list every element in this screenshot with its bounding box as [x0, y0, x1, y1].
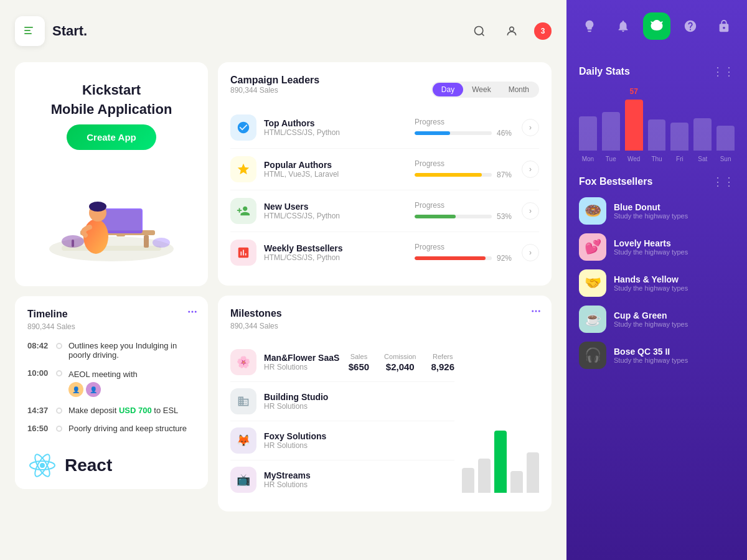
meeting-avatars: 👤 👤 — [68, 382, 138, 397]
timeline-dot — [56, 408, 62, 414]
bestseller-bose: 🎧 Bose QC 35 II Study the highway types — [579, 342, 735, 369]
milestones-subtitle: 890,344 Sales — [230, 322, 282, 330]
nav-lightbulb[interactable] — [576, 12, 603, 40]
milestone-row-1: 🌸 Man&Flower SaaS HR Solutions Sales $65… — [230, 343, 454, 382]
timeline-dot — [56, 343, 62, 349]
left-column: Kickstart Mobile Application Create App — [15, 62, 208, 545]
svg-rect-17 — [72, 240, 74, 247]
app-title: Start. — [52, 23, 87, 39]
svg-rect-12 — [116, 233, 125, 236]
bar-mon — [579, 116, 597, 151]
user-icon[interactable] — [502, 21, 522, 41]
svg-point-20 — [192, 311, 194, 313]
milestone-row-4: 📺 MyStreams HR Solutions — [230, 460, 454, 499]
svg-point-15 — [89, 202, 106, 212]
milestone-icon-3: 🦊 — [230, 427, 256, 454]
svg-point-4 — [510, 27, 514, 31]
timeline-item-3: 14:37 Make deposit USD 700 to ESL — [27, 406, 195, 415]
notification-badge[interactable]: 3 — [534, 22, 552, 40]
fox-bestsellers-title: Fox Bestsellers — [579, 176, 652, 187]
timeline-options[interactable] — [187, 306, 198, 320]
daily-stats-options[interactable]: ⋮⋮ — [712, 65, 735, 78]
milestone-icon-1: 🌸 — [230, 349, 256, 375]
milestone-info-4: MyStreams HR Solutions — [264, 470, 311, 489]
bar-peak-value: 57 — [629, 87, 637, 96]
ms-bar-2 — [478, 459, 491, 493]
timeline-dot — [56, 426, 62, 432]
svg-rect-1 — [24, 30, 31, 31]
tab-day[interactable]: Day — [433, 83, 463, 96]
daily-stats-section: Daily Stats ⋮⋮ 57 Mon Tue Wed Thu Fri Sa… — [566, 52, 747, 175]
milestone-info-2: Building Studio HR Solutions — [264, 392, 328, 411]
right-sidebar: Daily Stats ⋮⋮ 57 Mon Tue Wed Thu Fri Sa… — [566, 0, 747, 560]
header: Start. 3 — [0, 0, 566, 62]
sidebar-nav — [566, 0, 747, 52]
nav-notification[interactable] — [609, 12, 637, 40]
search-icon[interactable] — [469, 21, 489, 41]
milestone-row-3: 🦊 Foxy Solutions HR Solutions — [230, 421, 454, 460]
campaign-row-popular-authors: Popular Authors HTML, VueJS, Laravel Pro… — [230, 149, 539, 190]
bestseller-thumb-1: 🍩 — [579, 197, 606, 225]
bar-thu — [648, 119, 666, 151]
nav-fox-active[interactable] — [643, 12, 670, 40]
milestone-info-1: Man&Flower SaaS HR Solutions — [264, 353, 339, 371]
svg-point-21 — [195, 311, 197, 313]
popular-authors-chevron[interactable]: › — [522, 161, 539, 178]
bestseller-hands-yellow: 🤝 Hands & Yellow Study the highway types — [579, 269, 735, 297]
create-app-button[interactable]: Create App — [67, 124, 156, 150]
milestones-title: Milestones — [230, 308, 282, 319]
campaign-row-new-users: New Users HTML/CSS/JS, Python Progress 5… — [230, 190, 539, 232]
svg-point-22 — [40, 463, 45, 468]
weekly-chevron[interactable]: › — [522, 244, 539, 261]
milestone-row-2: Building Studio HR Solutions — [230, 382, 454, 421]
weekly-icon — [230, 240, 256, 266]
svg-rect-9 — [144, 235, 149, 248]
ms-refers: Refers 8,926 — [431, 353, 454, 372]
milestones-list: 🌸 Man&Flower SaaS HR Solutions Sales $65… — [230, 343, 454, 499]
milestone-icon-2 — [230, 388, 256, 414]
svg-rect-0 — [24, 27, 33, 28]
weekly-progress: Progress 92% — [415, 243, 514, 263]
tab-month[interactable]: Month — [500, 83, 538, 96]
bar-sat — [693, 118, 712, 151]
top-authors-chevron[interactable]: › — [522, 119, 539, 136]
nav-help[interactable] — [677, 12, 704, 40]
fox-header: Fox Bestsellers ⋮⋮ — [579, 175, 735, 189]
kickstart-illustration — [43, 168, 180, 268]
top-authors-info: Top Authors HTML/CSS/JS, Python — [264, 118, 407, 137]
timeline-card: Timeline 890,344 Sales 08:42 Outlines ke… — [15, 296, 208, 489]
fox-options[interactable]: ⋮⋮ — [712, 175, 735, 189]
bar-wed: 57 — [625, 100, 643, 151]
timeline-item-4: 16:50 Poorly driving and keep structure — [27, 424, 195, 433]
milestones-card: Milestones 890,344 Sales 🌸 Man&Flower Sa… — [218, 296, 552, 511]
nav-lock[interactable] — [710, 12, 738, 40]
timeline-dot — [56, 370, 62, 376]
top-authors-progress: Progress 46% — [415, 118, 514, 138]
milestones-options[interactable] — [530, 306, 542, 319]
new-users-info: New Users HTML/CSS/JS, Python — [264, 202, 407, 220]
ms-bar-4 — [510, 471, 523, 493]
bestseller-thumb-4: ☕ — [579, 306, 606, 333]
avatar-1: 👤 — [68, 382, 83, 397]
milestone-info-3: Foxy Solutions HR Solutions — [264, 431, 326, 450]
react-section: React — [15, 442, 208, 489]
weekly-info: Weekly Bestsellers HTML/CSS/JS, Python — [264, 243, 407, 262]
bestseller-cup-green: ☕ Cup & Green Study the highway types — [579, 306, 735, 333]
ms-bar-5 — [527, 452, 539, 493]
new-users-chevron[interactable]: › — [522, 202, 539, 220]
kickstart-title: Kickstart Mobile Application — [51, 81, 172, 119]
svg-point-19 — [188, 311, 190, 313]
campaign-header: Campaign Leaders 890,344 Sales Day Week … — [230, 75, 539, 105]
svg-point-26 — [532, 310, 533, 312]
tab-week[interactable]: Week — [463, 83, 499, 96]
svg-point-18 — [153, 238, 170, 248]
daily-stats-title: Daily Stats — [579, 66, 630, 77]
milestones-chart — [462, 343, 539, 499]
bestseller-lovely-hearts: 💕 Lovely Hearts Study the highway types — [579, 233, 735, 261]
ms-bar-1 — [462, 468, 474, 493]
ms-sales: Sales $650 — [349, 353, 369, 372]
kickstart-card: Kickstart Mobile Application Create App — [15, 62, 208, 286]
new-users-progress: Progress 53% — [415, 201, 514, 221]
milestones-content: 🌸 Man&Flower SaaS HR Solutions Sales $65… — [230, 343, 539, 499]
svg-point-28 — [538, 310, 540, 312]
